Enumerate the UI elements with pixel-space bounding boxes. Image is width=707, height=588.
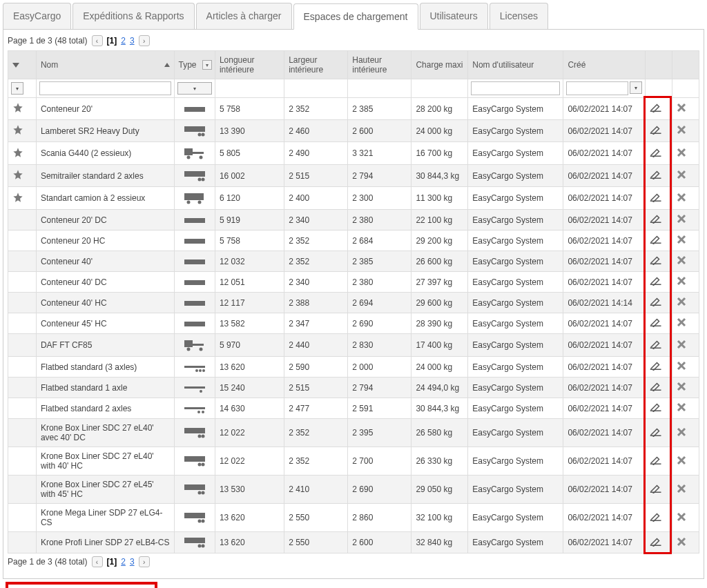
filter-fav-dd[interactable]: ▾: [11, 82, 23, 95]
delete-icon[interactable]: [677, 195, 686, 204]
edit-icon[interactable]: [650, 404, 662, 414]
delete-icon[interactable]: [677, 105, 686, 115]
edit-icon[interactable]: [650, 458, 662, 467]
star-icon[interactable]: [12, 173, 23, 182]
pager-page-3-bottom[interactable]: 3: [130, 557, 135, 567]
pager-page-1[interactable]: [1]: [107, 36, 117, 46]
pager-page-2-bottom[interactable]: 2: [121, 557, 126, 567]
edit-icon[interactable]: [650, 127, 662, 137]
svg-point-98: [197, 520, 201, 523]
col-nom[interactable]: Nom: [36, 51, 174, 79]
cell-nom: Flatbed standard 2 axles: [36, 398, 174, 419]
delete-icon[interactable]: [677, 363, 686, 373]
col-type[interactable]: Type▾: [174, 51, 215, 79]
edit-icon[interactable]: [650, 514, 662, 524]
delete-icon[interactable]: [677, 278, 686, 288]
cell-hauteur: 2 380: [348, 272, 411, 293]
highlight-create-button: [6, 582, 157, 588]
table-row: Flatbed standard 2 axles14 6302 4772 591…: [8, 398, 699, 419]
filter-nom-input[interactable]: [39, 81, 171, 95]
edit-icon[interactable]: [650, 237, 662, 246]
edit-icon[interactable]: [650, 150, 662, 159]
delete-icon[interactable]: [677, 237, 686, 246]
cell-longueur: 13 620: [215, 504, 284, 532]
col-largeur[interactable]: Largeur intérieure: [284, 51, 348, 79]
tab-utilisateurs[interactable]: Utilisateurs: [420, 3, 488, 29]
tab-articles[interactable]: Articles à charger: [196, 3, 292, 29]
delete-icon[interactable]: [677, 429, 686, 439]
delete-icon[interactable]: [677, 514, 686, 524]
edit-icon[interactable]: [650, 105, 662, 115]
cell-longueur: 13 530: [215, 476, 284, 504]
tab-espaces[interactable]: Espaces de chargement: [293, 3, 418, 30]
edit-icon[interactable]: [650, 320, 662, 329]
col-longueur[interactable]: Longueur intérieure: [215, 51, 284, 79]
cell-largeur: 2 515: [284, 378, 348, 398]
filter-date-dd[interactable]: ▾: [630, 81, 642, 94]
filter-user-input[interactable]: [471, 81, 560, 95]
tab-expeditions[interactable]: Expéditions & Rapports: [72, 3, 194, 29]
edit-icon[interactable]: [650, 172, 662, 182]
edit-icon[interactable]: [650, 342, 662, 351]
pager-prev-icon[interactable]: ‹: [92, 35, 103, 46]
col-cree[interactable]: Créé: [563, 51, 646, 79]
col-charge[interactable]: Charge maxi: [411, 51, 468, 79]
cell-hauteur: 2 000: [348, 357, 411, 378]
delete-icon[interactable]: [677, 342, 686, 351]
star-icon[interactable]: [12, 128, 23, 137]
edit-icon[interactable]: [650, 299, 662, 308]
pager-page-2[interactable]: 2: [121, 36, 126, 46]
filter-date-input[interactable]: [566, 81, 628, 95]
delete-icon[interactable]: [677, 216, 686, 226]
edit-icon[interactable]: [650, 539, 662, 549]
delete-icon[interactable]: [677, 320, 686, 329]
filter-type-dd[interactable]: ▾: [177, 82, 212, 95]
delete-icon[interactable]: [677, 384, 686, 393]
edit-icon[interactable]: [650, 429, 662, 439]
edit-icon[interactable]: [650, 195, 662, 204]
delete-icon[interactable]: [677, 257, 686, 267]
cell-charge: 24 000 kg: [411, 357, 468, 378]
edit-icon[interactable]: [650, 278, 662, 288]
delete-icon[interactable]: [677, 299, 686, 308]
delete-icon[interactable]: [677, 404, 686, 414]
cell-nom: DAF FT CF85: [36, 334, 174, 357]
edit-icon[interactable]: [650, 363, 662, 373]
pager-next-icon-bottom[interactable]: ›: [139, 556, 150, 567]
cell-user: EasyCargo System: [468, 504, 563, 532]
star-icon[interactable]: [12, 150, 23, 160]
cell-largeur: 2 352: [284, 231, 348, 251]
delete-icon[interactable]: [677, 172, 686, 182]
pager-prev-icon-bottom[interactable]: ‹: [92, 556, 103, 567]
delete-icon[interactable]: [677, 539, 686, 549]
edit-icon[interactable]: [650, 384, 662, 393]
cell-nom: Conteneur 40' DC: [36, 272, 174, 293]
star-icon[interactable]: [12, 195, 23, 205]
svg-point-64: [202, 369, 205, 372]
col-user[interactable]: Nom d'utilisateur: [468, 51, 563, 79]
edit-icon[interactable]: [650, 216, 662, 226]
delete-icon[interactable]: [677, 486, 686, 496]
cell-longueur: 13 620: [215, 357, 284, 378]
cell-hauteur: 2 794: [348, 378, 411, 398]
pager-next-icon[interactable]: ›: [139, 35, 150, 46]
cell-cree: 06/02/2021 14:07: [563, 165, 646, 187]
cargo-space-table: Nom Type▾ Longueur intérieure Largeur in…: [8, 50, 699, 553]
tab-licenses[interactable]: Licenses: [490, 3, 548, 29]
col-hauteur[interactable]: Hauteur intérieure: [348, 51, 411, 79]
delete-icon[interactable]: [677, 150, 686, 159]
col-fav[interactable]: [8, 51, 37, 79]
pager-page-3[interactable]: 3: [130, 36, 135, 46]
tab-easycargo[interactable]: EasyCargo: [3, 3, 71, 29]
delete-icon[interactable]: [677, 458, 686, 467]
star-icon[interactable]: [12, 106, 23, 115]
cell-user: EasyCargo System: [468, 419, 563, 447]
sort-type-dd[interactable]: ▾: [202, 60, 212, 70]
delete-icon[interactable]: [677, 127, 686, 137]
edit-icon[interactable]: [650, 486, 662, 496]
svg-rect-38: [184, 259, 205, 264]
pager-page-1-bottom[interactable]: [1]: [107, 557, 117, 567]
cell-charge: 29 600 kg: [411, 293, 468, 313]
edit-icon[interactable]: [650, 257, 662, 267]
svg-rect-34: [184, 239, 205, 244]
